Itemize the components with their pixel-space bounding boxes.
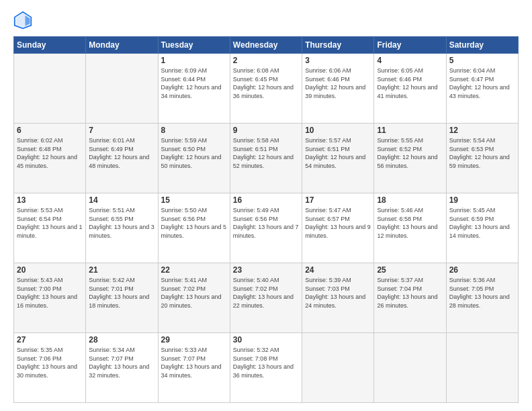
day-info: Sunrise: 5:41 AMSunset: 7:02 PMDaylight:… <box>161 276 227 310</box>
calendar-cell: 5Sunrise: 6:04 AMSunset: 6:47 PMDaylight… <box>446 54 518 124</box>
sunrise-text: Sunrise: 5:51 AM <box>89 206 154 215</box>
weekday-header: Tuesday <box>158 37 230 54</box>
sunrise-text: Sunrise: 5:45 AM <box>449 206 515 215</box>
sunrise-text: Sunrise: 5:58 AM <box>233 136 299 145</box>
calendar-cell: 23Sunrise: 5:40 AMSunset: 7:02 PMDayligh… <box>230 263 302 333</box>
daylight-text: Daylight: 13 hours and 24 minutes. <box>305 293 371 310</box>
day-number: 13 <box>17 195 83 205</box>
calendar-cell: 17Sunrise: 5:47 AMSunset: 6:57 PMDayligh… <box>302 193 374 263</box>
calendar-cell: 10Sunrise: 5:57 AMSunset: 6:51 PMDayligh… <box>302 124 374 193</box>
sunrise-text: Sunrise: 5:49 AM <box>233 206 299 215</box>
calendar-cell: 11Sunrise: 5:55 AMSunset: 6:52 PMDayligh… <box>374 124 446 193</box>
sunset-text: Sunset: 6:49 PM <box>89 145 154 154</box>
calendar-cell <box>302 333 374 403</box>
day-info: Sunrise: 6:02 AMSunset: 6:48 PMDaylight:… <box>17 136 83 170</box>
daylight-text: Daylight: 13 hours and 36 minutes. <box>233 363 299 379</box>
sunrise-text: Sunrise: 5:36 AM <box>449 276 515 285</box>
calendar-cell: 28Sunrise: 5:34 AMSunset: 7:07 PMDayligh… <box>86 333 158 403</box>
day-number: 24 <box>305 265 371 275</box>
header <box>13 11 519 30</box>
daylight-text: Daylight: 13 hours and 22 minutes. <box>233 293 299 310</box>
sunset-text: Sunset: 7:08 PM <box>233 355 299 363</box>
calendar-cell: 29Sunrise: 5:33 AMSunset: 7:07 PMDayligh… <box>158 333 230 403</box>
day-number: 1 <box>161 56 227 65</box>
day-number: 3 <box>305 56 371 65</box>
daylight-text: Daylight: 13 hours and 28 minutes. <box>449 293 515 310</box>
sunset-text: Sunset: 7:01 PM <box>89 285 154 293</box>
calendar-week-row: 20Sunrise: 5:43 AMSunset: 7:00 PMDayligh… <box>14 263 519 333</box>
day-info: Sunrise: 5:58 AMSunset: 6:51 PMDaylight:… <box>233 136 299 170</box>
calendar-cell: 18Sunrise: 5:46 AMSunset: 6:58 PMDayligh… <box>374 193 446 263</box>
sunrise-text: Sunrise: 5:39 AM <box>305 276 371 285</box>
sunset-text: Sunset: 6:59 PM <box>449 215 515 224</box>
sunrise-text: Sunrise: 5:54 AM <box>449 136 515 145</box>
day-number: 12 <box>449 126 515 135</box>
day-number: 20 <box>17 265 83 275</box>
daylight-text: Daylight: 13 hours and 20 minutes. <box>161 293 227 310</box>
sunset-text: Sunset: 6:48 PM <box>17 145 83 154</box>
calendar-cell: 26Sunrise: 5:36 AMSunset: 7:05 PMDayligh… <box>446 263 518 333</box>
daylight-text: Daylight: 12 hours and 34 minutes. <box>161 83 227 100</box>
day-info: Sunrise: 5:39 AMSunset: 7:03 PMDaylight:… <box>305 276 371 310</box>
sunset-text: Sunset: 6:46 PM <box>305 75 371 84</box>
day-info: Sunrise: 5:53 AMSunset: 6:54 PMDaylight:… <box>17 206 83 240</box>
sunset-text: Sunset: 6:45 PM <box>233 75 299 84</box>
daylight-text: Daylight: 13 hours and 30 minutes. <box>17 363 83 379</box>
daylight-text: Daylight: 13 hours and 34 minutes. <box>161 363 227 379</box>
day-info: Sunrise: 5:51 AMSunset: 6:55 PMDaylight:… <box>89 206 154 240</box>
calendar-cell: 16Sunrise: 5:49 AMSunset: 6:56 PMDayligh… <box>230 193 302 263</box>
day-info: Sunrise: 5:33 AMSunset: 7:07 PMDaylight:… <box>161 346 227 379</box>
calendar-cell: 6Sunrise: 6:02 AMSunset: 6:48 PMDaylight… <box>14 124 86 193</box>
day-info: Sunrise: 5:45 AMSunset: 6:59 PMDaylight:… <box>449 206 515 240</box>
sunset-text: Sunset: 7:05 PM <box>449 285 515 293</box>
sunset-text: Sunset: 6:56 PM <box>161 215 227 224</box>
calendar-cell: 22Sunrise: 5:41 AMSunset: 7:02 PMDayligh… <box>158 263 230 333</box>
weekday-header: Wednesday <box>230 37 302 54</box>
weekday-header: Monday <box>86 37 158 54</box>
sunrise-text: Sunrise: 5:57 AM <box>305 136 371 145</box>
calendar-cell <box>86 54 158 124</box>
sunset-text: Sunset: 6:58 PM <box>377 215 443 224</box>
sunset-text: Sunset: 7:02 PM <box>161 285 227 293</box>
sunrise-text: Sunrise: 5:43 AM <box>17 276 83 285</box>
day-number: 4 <box>377 56 443 65</box>
calendar-cell: 15Sunrise: 5:50 AMSunset: 6:56 PMDayligh… <box>158 193 230 263</box>
day-info: Sunrise: 5:59 AMSunset: 6:50 PMDaylight:… <box>161 136 227 170</box>
daylight-text: Daylight: 13 hours and 14 minutes. <box>449 223 515 240</box>
day-info: Sunrise: 5:34 AMSunset: 7:07 PMDaylight:… <box>89 346 154 379</box>
calendar-cell: 25Sunrise: 5:37 AMSunset: 7:04 PMDayligh… <box>374 263 446 333</box>
daylight-text: Daylight: 12 hours and 59 minutes. <box>449 153 515 170</box>
weekday-header: Saturday <box>446 37 518 54</box>
sunset-text: Sunset: 6:53 PM <box>449 145 515 154</box>
sunrise-text: Sunrise: 5:37 AM <box>377 276 443 285</box>
sunrise-text: Sunrise: 5:33 AM <box>161 346 227 355</box>
calendar-cell: 8Sunrise: 5:59 AMSunset: 6:50 PMDaylight… <box>158 124 230 193</box>
day-info: Sunrise: 6:08 AMSunset: 6:45 PMDaylight:… <box>233 66 299 100</box>
sunrise-text: Sunrise: 5:41 AM <box>161 276 227 285</box>
sunrise-text: Sunrise: 5:32 AM <box>233 346 299 355</box>
sunset-text: Sunset: 7:07 PM <box>161 355 227 363</box>
day-number: 22 <box>161 265 227 275</box>
daylight-text: Daylight: 13 hours and 9 minutes. <box>305 223 371 240</box>
day-info: Sunrise: 5:54 AMSunset: 6:53 PMDaylight:… <box>449 136 515 170</box>
daylight-text: Daylight: 13 hours and 26 minutes. <box>377 293 443 310</box>
sunset-text: Sunset: 6:57 PM <box>305 215 371 224</box>
day-info: Sunrise: 5:43 AMSunset: 7:00 PMDaylight:… <box>17 276 83 310</box>
day-number: 16 <box>233 195 299 205</box>
day-number: 28 <box>89 335 154 345</box>
day-number: 23 <box>233 265 299 275</box>
day-number: 29 <box>161 335 227 345</box>
day-info: Sunrise: 5:32 AMSunset: 7:08 PMDaylight:… <box>233 346 299 379</box>
calendar-cell <box>374 333 446 403</box>
calendar-week-row: 1Sunrise: 6:09 AMSunset: 6:44 PMDaylight… <box>14 54 519 124</box>
day-info: Sunrise: 6:06 AMSunset: 6:46 PMDaylight:… <box>305 66 371 100</box>
day-info: Sunrise: 5:55 AMSunset: 6:52 PMDaylight:… <box>377 136 443 170</box>
daylight-text: Daylight: 13 hours and 18 minutes. <box>89 293 154 310</box>
sunrise-text: Sunrise: 6:04 AM <box>449 66 515 75</box>
sunrise-text: Sunrise: 6:06 AM <box>305 66 371 75</box>
sunset-text: Sunset: 7:07 PM <box>89 355 154 363</box>
daylight-text: Daylight: 13 hours and 3 minutes. <box>89 223 154 240</box>
calendar-week-row: 13Sunrise: 5:53 AMSunset: 6:54 PMDayligh… <box>14 193 519 263</box>
sunrise-text: Sunrise: 6:08 AM <box>233 66 299 75</box>
day-number: 2 <box>233 56 299 65</box>
